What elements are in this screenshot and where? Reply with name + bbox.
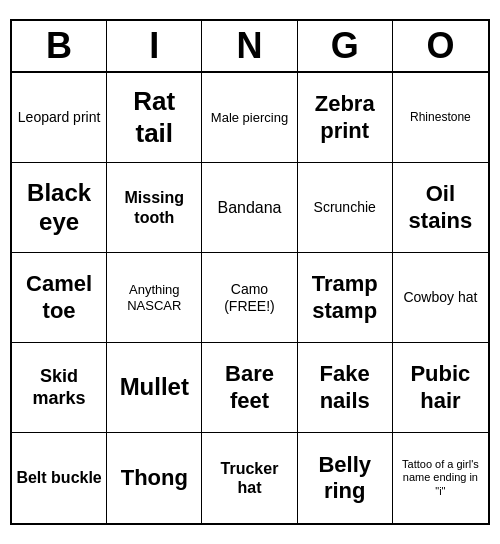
- bingo-cell: Thong: [107, 433, 202, 523]
- bingo-cell: Rhinestone: [393, 73, 488, 163]
- cell-text: Missing tooth: [111, 188, 197, 226]
- bingo-cell: Leopard print: [12, 73, 107, 163]
- bingo-grid: Leopard printRat tailMale piercingZebra …: [12, 73, 488, 523]
- bingo-cell: Cowboy hat: [393, 253, 488, 343]
- cell-text: Trucker hat: [206, 459, 292, 497]
- bingo-cell: Male piercing: [202, 73, 297, 163]
- bingo-cell: Anything NASCAR: [107, 253, 202, 343]
- bingo-cell: Fake nails: [298, 343, 393, 433]
- cell-text: Rat tail: [111, 86, 197, 148]
- bingo-cell: Tattoo of a girl's name ending in "i": [393, 433, 488, 523]
- bingo-cell: Pubic hair: [393, 343, 488, 433]
- cell-text: Cowboy hat: [403, 289, 477, 306]
- header-letter: N: [202, 21, 297, 71]
- cell-text: Rhinestone: [410, 110, 471, 124]
- bingo-cell: Camo (FREE!): [202, 253, 297, 343]
- bingo-card: BINGO Leopard printRat tailMale piercing…: [10, 19, 490, 525]
- cell-text: Male piercing: [211, 110, 288, 126]
- header-letter: I: [107, 21, 202, 71]
- cell-text: Belt buckle: [16, 468, 101, 487]
- bingo-cell: Scrunchie: [298, 163, 393, 253]
- cell-text: Leopard print: [18, 109, 101, 126]
- cell-text: Black eye: [16, 179, 102, 237]
- cell-text: Camo (FREE!): [224, 281, 275, 315]
- bingo-cell: Zebra print: [298, 73, 393, 163]
- bingo-cell: Rat tail: [107, 73, 202, 163]
- bingo-cell: Tramp stamp: [298, 253, 393, 343]
- cell-text: Mullet: [120, 373, 189, 402]
- bingo-cell: Oil stains: [393, 163, 488, 253]
- cell-text: Oil stains: [397, 181, 484, 234]
- bingo-cell: Missing tooth: [107, 163, 202, 253]
- cell-text: Camel toe: [16, 271, 102, 324]
- cell-text: Thong: [121, 465, 188, 491]
- bingo-cell: Trucker hat: [202, 433, 297, 523]
- cell-text: Skid marks: [16, 366, 102, 409]
- cell-text: Fake nails: [302, 361, 388, 414]
- bingo-cell: Bare feet: [202, 343, 297, 433]
- bingo-cell: Camel toe: [12, 253, 107, 343]
- cell-text: Tramp stamp: [302, 271, 388, 324]
- cell-text: Scrunchie: [314, 199, 376, 216]
- bingo-cell: Belly ring: [298, 433, 393, 523]
- bingo-cell: Bandana: [202, 163, 297, 253]
- header-letter: B: [12, 21, 107, 71]
- cell-text: Anything NASCAR: [111, 282, 197, 313]
- cell-text: Bandana: [217, 198, 281, 217]
- cell-text: Tattoo of a girl's name ending in "i": [397, 458, 484, 498]
- bingo-cell: Belt buckle: [12, 433, 107, 523]
- cell-text: Bare feet: [206, 361, 292, 414]
- bingo-header: BINGO: [12, 21, 488, 73]
- bingo-cell: Skid marks: [12, 343, 107, 433]
- header-letter: O: [393, 21, 488, 71]
- cell-text: Belly ring: [302, 452, 388, 505]
- cell-text: Pubic hair: [397, 361, 484, 414]
- bingo-cell: Mullet: [107, 343, 202, 433]
- cell-text: Zebra print: [302, 91, 388, 144]
- bingo-cell: Black eye: [12, 163, 107, 253]
- header-letter: G: [298, 21, 393, 71]
